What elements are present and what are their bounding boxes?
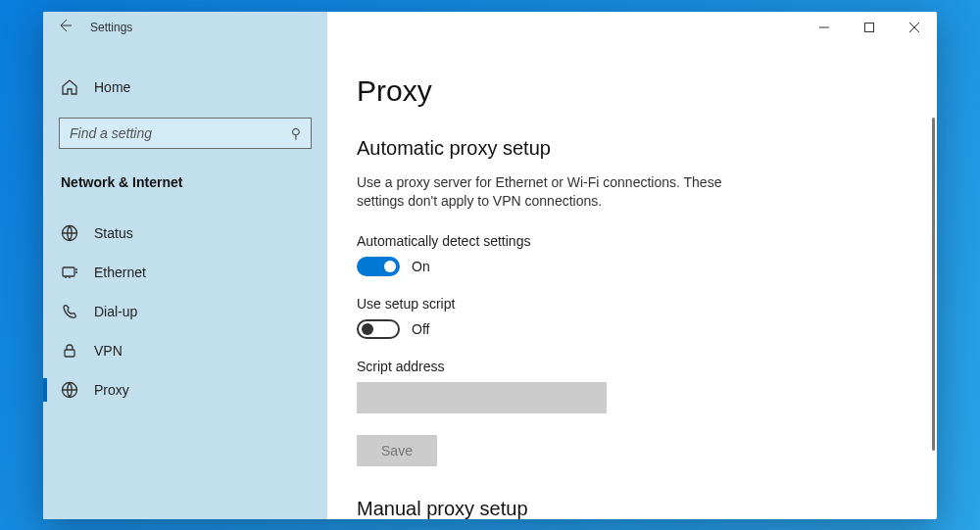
proxy-icon (61, 381, 78, 399)
home-icon (61, 78, 78, 96)
search-input[interactable] (70, 125, 291, 141)
use-script-toggle[interactable] (357, 319, 400, 339)
page-title: Proxy (357, 74, 907, 108)
auto-section-heading: Automatic proxy setup (357, 137, 907, 160)
use-script-label: Use setup script (357, 296, 907, 312)
sidebar-home-label: Home (94, 79, 130, 95)
save-button[interactable]: Save (357, 435, 437, 466)
search-icon: ⚲ (291, 125, 301, 141)
sidebar-item-status[interactable]: Status (43, 214, 327, 253)
auto-detect-state: On (412, 259, 430, 274)
sidebar-category: Network & Internet (43, 167, 327, 198)
sidebar-home[interactable]: Home (43, 71, 327, 104)
close-button[interactable] (892, 12, 937, 43)
sidebar-item-label: VPN (94, 343, 122, 359)
dialup-icon (61, 303, 78, 320)
scrollbar-thumb[interactable] (932, 118, 935, 451)
auto-detect-label: Automatically detect settings (357, 233, 907, 249)
svg-rect-1 (865, 23, 874, 31)
sidebar-item-label: Ethernet (94, 265, 146, 280)
ethernet-icon (61, 264, 78, 281)
minimize-button[interactable] (802, 12, 847, 43)
sidebar-item-ethernet[interactable]: Ethernet (43, 253, 327, 292)
sidebar-item-vpn[interactable]: VPN (43, 331, 327, 370)
sidebar-item-label: Proxy (94, 382, 129, 398)
settings-window: Settings Home ⚲ (43, 12, 937, 519)
svg-rect-6 (65, 350, 74, 357)
sidebar-item-dialup[interactable]: Dial-up (43, 292, 327, 331)
script-address-label: Script address (357, 359, 907, 374)
manual-section-heading: Manual proxy setup (357, 498, 907, 519)
sidebar-item-proxy[interactable]: Proxy (43, 370, 327, 410)
sidebar-item-label: Dial-up (94, 304, 137, 319)
vpn-icon (61, 342, 78, 360)
use-script-state: Off (412, 321, 429, 337)
main-content[interactable]: Proxy Automatic proxy setup Use a proxy … (327, 12, 937, 519)
auto-section-description: Use a proxy server for Ethernet or Wi-Fi… (357, 173, 768, 212)
maximize-button[interactable] (847, 12, 892, 43)
auto-detect-toggle[interactable] (357, 257, 400, 276)
back-button[interactable] (57, 18, 73, 36)
status-icon (61, 224, 78, 242)
search-box[interactable]: ⚲ (59, 118, 312, 149)
script-address-input[interactable] (357, 382, 607, 413)
sidebar-item-label: Status (94, 225, 133, 241)
svg-rect-5 (63, 267, 74, 276)
window-title: Settings (90, 21, 132, 34)
sidebar: Home ⚲ Network & Internet Status Etherne… (43, 12, 327, 519)
titlebar: Settings (43, 12, 937, 43)
